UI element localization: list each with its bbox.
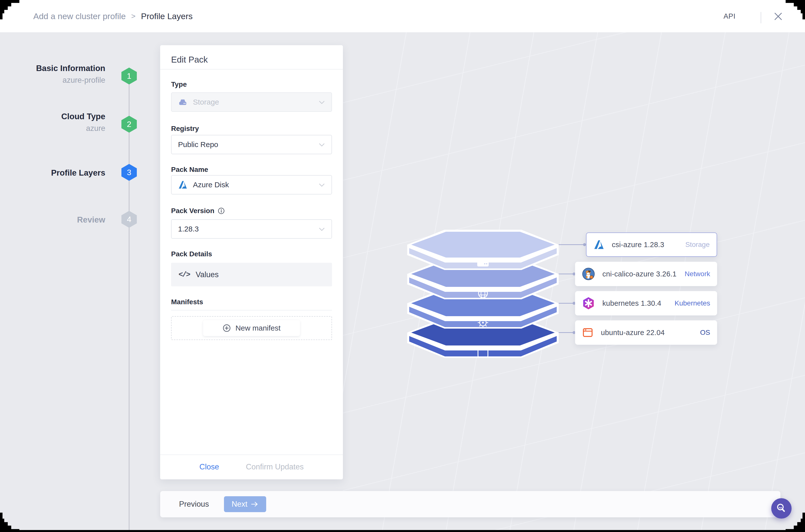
step-hexagon-4[interactable]: 4 — [121, 211, 137, 228]
step-number: 4 — [127, 215, 131, 224]
kubernetes-hex-icon — [582, 297, 595, 310]
edit-pack-panel: Edit Pack Type Storage Registry Public R… — [160, 45, 343, 479]
breadcrumb-separator: > — [131, 12, 136, 20]
plus-circle-icon — [223, 324, 231, 332]
registry-label: Registry — [171, 125, 199, 133]
app-window: Add a new cluster profile > Profile Laye… — [0, 0, 805, 532]
storage-drive-icon — [477, 258, 489, 266]
manifests-dropzone: New manifest — [171, 316, 332, 340]
layer-card-name: kubernetes 1.30.4 — [602, 299, 661, 307]
calico-cat-icon — [582, 267, 595, 280]
chevron-down-icon — [319, 180, 325, 189]
step-title-cloud-type: Cloud Type — [8, 112, 105, 121]
layer-card-name: cni-calico-azure 3.26.1 — [602, 270, 677, 278]
new-manifest-button[interactable]: New manifest — [203, 320, 300, 336]
close-icon[interactable] — [773, 12, 783, 21]
layer-card-os[interactable]: ubuntu-azure 22.04 OS — [575, 320, 717, 345]
chevron-down-icon — [319, 140, 325, 149]
pack-version-select[interactable]: 1.28.3 — [171, 219, 332, 239]
stepper-line — [129, 70, 130, 530]
arrow-right-icon — [251, 501, 258, 507]
layer-card-name: csi-azure 1.28.3 — [612, 241, 664, 249]
layer-card-kubernetes[interactable]: kubernetes 1.30.4 Kubernetes — [575, 291, 717, 316]
step-hexagon-3[interactable]: 3 — [121, 164, 137, 181]
step-hexagon-2[interactable]: 2 — [121, 116, 137, 133]
registry-value: Public Repo — [178, 140, 218, 149]
previous-button[interactable]: Previous — [177, 499, 211, 509]
drive-icon — [178, 97, 188, 107]
step-number: 3 — [127, 168, 131, 177]
pack-name-value: Azure Disk — [193, 180, 229, 189]
search-fab-button[interactable] — [771, 498, 791, 518]
frame-bottom-edge — [0, 530, 805, 532]
registry-select[interactable]: Public Repo — [171, 135, 332, 154]
values-label: Values — [196, 270, 219, 279]
close-button[interactable]: Close — [198, 462, 221, 472]
step-title-profile-layers: Profile Layers — [8, 168, 105, 177]
pack-version-label-text: Pack Version — [171, 207, 214, 215]
search-smile-icon — [774, 501, 788, 515]
pack-name-label: Pack Name — [171, 166, 208, 174]
wizard-nav-bar: Previous Next — [160, 491, 781, 517]
type-select[interactable]: Storage — [171, 92, 332, 112]
code-icon: </> — [178, 270, 190, 279]
breadcrumb: Add a new cluster profile > Profile Laye… — [33, 0, 193, 32]
frame-corner-bottom-left — [0, 513, 19, 532]
info-icon[interactable] — [218, 207, 225, 214]
os-window-icon — [582, 327, 593, 338]
azure-logo-icon — [593, 239, 605, 250]
panel-title-divider — [160, 69, 343, 70]
header-divider — [761, 12, 761, 23]
chevron-down-icon — [319, 225, 325, 233]
pack-details-label: Pack Details — [171, 250, 212, 258]
panel-title: Edit Pack — [171, 55, 208, 64]
layer-card-category: Network — [685, 270, 710, 278]
layer-card-category: Storage — [685, 241, 710, 249]
manifests-label: Manifests — [171, 298, 203, 306]
page-title: Profile Layers — [141, 12, 193, 21]
type-label: Type — [171, 80, 187, 89]
step-subtitle-cloud-type: azure — [8, 124, 105, 133]
pack-version-label: Pack Version — [171, 207, 225, 215]
step-number: 1 — [127, 72, 131, 81]
api-button[interactable]: API — [724, 0, 735, 32]
step-hexagon-1[interactable]: 1 — [121, 68, 137, 84]
pack-version-value: 1.28.3 — [178, 225, 199, 233]
type-value: Storage — [193, 98, 219, 106]
confirm-updates-button[interactable]: Confirm Updates — [244, 462, 305, 472]
azure-logo-icon — [178, 180, 188, 190]
manifests-divider — [171, 310, 332, 310]
layer-card-category: OS — [700, 328, 710, 337]
layer-card-storage[interactable]: csi-azure 1.28.3 Storage — [586, 232, 717, 257]
next-button-label: Next — [232, 500, 248, 509]
layer-card-network[interactable]: cni-calico-azure 3.26.1 Network — [575, 262, 717, 286]
breadcrumb-parent[interactable]: Add a new cluster profile — [33, 12, 126, 21]
pack-name-select[interactable]: Azure Disk — [171, 175, 332, 194]
step-number: 2 — [127, 120, 131, 129]
step-subtitle-basic-information: azure-profile — [8, 76, 105, 85]
layer-card-name: ubuntu-azure 22.04 — [601, 328, 665, 337]
panel-footer: Close Confirm Updates — [160, 455, 343, 479]
next-button[interactable]: Next — [224, 496, 266, 512]
new-manifest-label: New manifest — [235, 324, 281, 332]
layer-card-category: Kubernetes — [675, 299, 710, 307]
kubernetes-wheel-icon — [478, 318, 488, 328]
step-title-basic-information: Basic Information — [8, 63, 105, 73]
chevron-down-icon — [319, 98, 325, 106]
header-bar: Add a new cluster profile > Profile Laye… — [0, 0, 805, 32]
layer-stack-illustration — [405, 227, 564, 361]
values-row[interactable]: </> Values — [171, 263, 332, 286]
step-title-review: Review — [8, 215, 105, 225]
